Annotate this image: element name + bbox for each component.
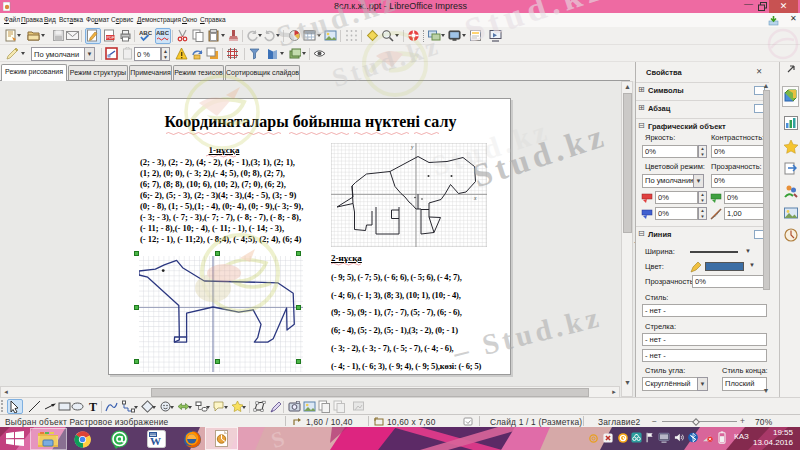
svg-text:T: T [89, 400, 97, 413]
svg-text:y: y [410, 144, 414, 150]
svg-text:ABC: ABC [139, 30, 152, 36]
svg-text:W: W [150, 435, 161, 447]
svg-text:x: x [473, 195, 477, 201]
svg-text:PDF: PDF [107, 35, 116, 40]
svg-text:ABC: ABC [156, 30, 169, 36]
